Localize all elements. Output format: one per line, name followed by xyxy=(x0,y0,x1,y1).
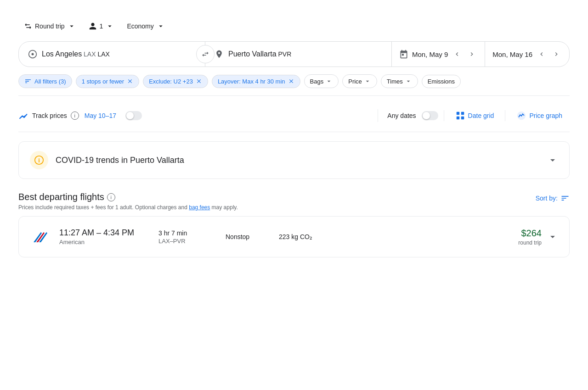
divider-1 xyxy=(18,95,570,96)
round-trip-chevron-icon xyxy=(68,22,76,30)
bag-fees-link[interactable]: bag fees xyxy=(189,204,210,211)
depart-next-btn[interactable] xyxy=(466,49,477,60)
sort-by-control[interactable]: Sort by: xyxy=(536,194,570,203)
price-filter-button[interactable]: Price xyxy=(342,74,377,88)
exclude-chip-close[interactable] xyxy=(196,78,202,84)
any-dates-toggle[interactable] xyxy=(422,111,438,120)
all-filters-label: All filters (3) xyxy=(34,78,66,85)
close-icon-2 xyxy=(196,78,202,84)
track-prices-row: Track prices i May 10–17 Any dates Date … xyxy=(18,100,570,132)
filters-icon xyxy=(24,78,32,85)
filters-row: All filters (3) 1 stops or fewer Exclude… xyxy=(18,74,570,88)
layover-chip-close[interactable] xyxy=(288,78,294,84)
origin-icon xyxy=(28,50,37,59)
cabin-chevron-icon xyxy=(157,22,165,30)
person-icon xyxy=(89,22,97,30)
origin-field[interactable]: Los Angeles LAX LAX xyxy=(19,42,205,67)
depart-date: Mon, May 9 xyxy=(412,50,448,58)
top-controls: Round trip 1 Economy xyxy=(18,9,570,34)
chevron-right-icon xyxy=(468,50,475,58)
sort-by-label: Sort by: xyxy=(536,195,558,202)
bags-filter-button[interactable]: Bags xyxy=(304,74,339,88)
round-trip-button[interactable]: Round trip xyxy=(18,18,81,34)
flight-emissions: 223 kg CO₂ xyxy=(279,233,352,240)
svg-rect-2 xyxy=(456,112,459,115)
sort-icon xyxy=(560,194,570,203)
price-label: round trip xyxy=(518,240,542,246)
flight-stops: Nonstop xyxy=(226,233,271,240)
times-chevron-icon xyxy=(405,78,412,85)
passengers-button[interactable]: 1 xyxy=(83,18,120,34)
covid-chevron-icon xyxy=(547,155,558,166)
covid-info-icon: i xyxy=(34,155,44,165)
flights-section-title: Best departing flights xyxy=(18,192,104,202)
bags-chevron-icon xyxy=(325,78,333,85)
return-next-btn[interactable] xyxy=(551,49,562,60)
return-date: Mon, May 16 xyxy=(492,50,532,58)
flight-time-range: 11:27 AM – 4:34 PM xyxy=(59,228,151,238)
expand-chevron-icon xyxy=(547,231,558,242)
track-prices-icon xyxy=(18,111,28,121)
origin-code-text: LAX xyxy=(97,50,109,58)
covid-title: COVID-19 trends in Puerto Vallarta xyxy=(56,156,540,165)
depart-prev-btn[interactable] xyxy=(452,49,463,60)
route-text: LAX–PVR xyxy=(158,238,218,245)
calendar-icon xyxy=(399,50,408,59)
stops-text: Nonstop xyxy=(226,233,271,240)
svg-rect-3 xyxy=(461,112,464,115)
return-chevron-left-icon xyxy=(538,50,545,58)
any-dates-label: Any dates xyxy=(387,112,416,119)
bags-label: Bags xyxy=(310,78,324,85)
flight-expand-button[interactable] xyxy=(547,231,558,242)
flights-subtitle: Prices include required taxes + fees for… xyxy=(18,204,536,211)
flight-card[interactable]: 11:27 AM – 4:34 PM American 3 hr 7 min L… xyxy=(18,216,570,257)
search-bar: Los Angeles LAX LAX Puerto Vallarta PVR … xyxy=(18,41,570,67)
covid-banner[interactable]: i COVID-19 trends in Puerto Vallarta xyxy=(18,141,570,179)
all-filters-button[interactable]: All filters (3) xyxy=(18,74,72,88)
stops-filter-chip: 1 stops or fewer xyxy=(76,75,140,88)
round-trip-label: Round trip xyxy=(35,22,65,30)
price-amount: $264 xyxy=(518,228,542,239)
return-prev-btn[interactable] xyxy=(536,49,547,60)
origin-code: LAX xyxy=(84,50,96,58)
price-graph-label: Price graph xyxy=(529,112,562,119)
passengers-chevron-icon xyxy=(106,22,114,30)
cabin-button[interactable]: Economy xyxy=(121,18,170,34)
close-icon-3 xyxy=(288,78,294,84)
track-prices-toggle[interactable] xyxy=(125,111,142,120)
layover-chip-label: Layover: Max 4 hr 30 min xyxy=(218,78,285,85)
emissions-label: Emissions xyxy=(428,78,455,85)
stops-chip-close[interactable] xyxy=(127,78,133,84)
svg-rect-5 xyxy=(461,117,464,119)
track-separator xyxy=(378,109,378,122)
emissions-filter-button[interactable]: Emissions xyxy=(422,75,461,88)
track-prices-info-icon[interactable]: i xyxy=(71,111,79,120)
airline-name: American xyxy=(59,239,151,245)
flight-price: $264 round trip xyxy=(518,228,558,246)
airline-logo xyxy=(30,226,52,248)
destination-code-text: PVR xyxy=(278,50,292,58)
times-label: Times xyxy=(387,78,403,85)
destination-city: Puerto Vallarta xyxy=(228,50,277,58)
chevron-left-icon xyxy=(453,50,461,58)
layover-filter-chip: Layover: Max 4 hr 30 min xyxy=(212,75,300,88)
track-prices-dates: May 10–17 xyxy=(85,112,116,119)
destination-field[interactable]: Puerto Vallarta PVR xyxy=(205,42,391,67)
depart-date-field[interactable]: Mon, May 9 xyxy=(391,41,485,67)
destination-icon xyxy=(215,50,224,59)
price-graph-button[interactable]: Price graph xyxy=(509,107,570,124)
origin-city: Los Angeles xyxy=(42,50,82,58)
track-prices-label: Track prices xyxy=(32,112,67,119)
svg-text:i: i xyxy=(38,157,40,164)
swap-button[interactable] xyxy=(196,45,215,63)
times-filter-button[interactable]: Times xyxy=(381,74,418,88)
round-trip-icon xyxy=(24,22,32,30)
return-date-field[interactable]: Mon, May 16 xyxy=(485,41,569,67)
close-icon-1 xyxy=(127,78,133,84)
svg-point-1 xyxy=(32,53,34,56)
date-grid-button[interactable]: Date grid xyxy=(448,107,502,124)
flights-info-icon[interactable]: i xyxy=(107,193,115,201)
view-separator-2 xyxy=(505,110,505,121)
flights-section-header: Best departing flights i Prices include … xyxy=(18,192,570,211)
american-airlines-logo xyxy=(31,227,51,246)
